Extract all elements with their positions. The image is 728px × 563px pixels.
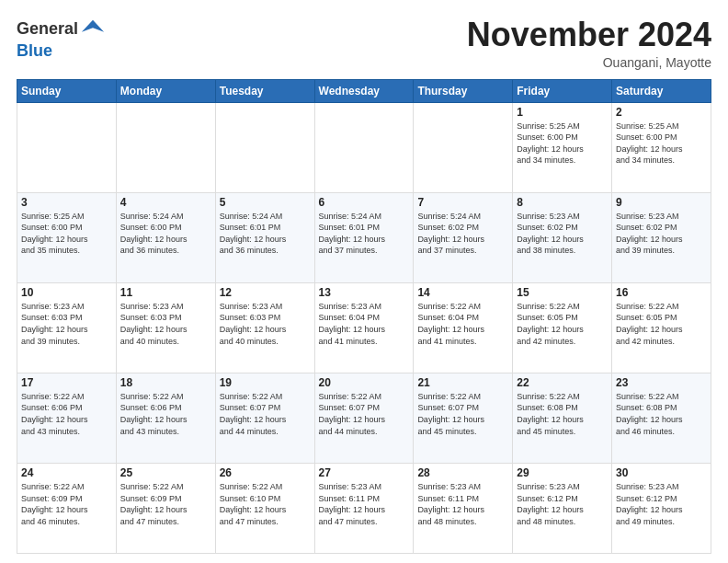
- calendar-cell: 30Sunrise: 5:23 AM Sunset: 6:12 PM Dayli…: [612, 463, 711, 553]
- day-number: 2: [616, 106, 707, 119]
- day-info: Sunrise: 5:23 AM Sunset: 6:04 PM Dayligh…: [319, 301, 410, 347]
- day-info: Sunrise: 5:22 AM Sunset: 6:06 PM Dayligh…: [120, 391, 211, 437]
- calendar-cell: [414, 102, 513, 192]
- day-info: Sunrise: 5:23 AM Sunset: 6:11 PM Dayligh…: [417, 481, 508, 527]
- calendar-cell: 14Sunrise: 5:22 AM Sunset: 6:04 PM Dayli…: [414, 282, 513, 373]
- day-info: Sunrise: 5:22 AM Sunset: 6:08 PM Dayligh…: [517, 391, 608, 437]
- day-number: 5: [220, 196, 311, 209]
- weekday-header-saturday: Saturday: [612, 79, 711, 102]
- month-title: November 2024: [467, 17, 711, 53]
- day-number: 4: [120, 196, 211, 209]
- location: Ouangani, Mayotte: [467, 55, 711, 70]
- logo-bird-icon: [80, 17, 106, 42]
- calendar-week-5: 24Sunrise: 5:22 AM Sunset: 6:09 PM Dayli…: [17, 463, 711, 553]
- calendar-cell: [17, 102, 117, 192]
- weekday-header-sunday: Sunday: [17, 79, 117, 102]
- weekday-header-tuesday: Tuesday: [215, 79, 314, 102]
- calendar-cell: 16Sunrise: 5:22 AM Sunset: 6:05 PM Dayli…: [612, 282, 711, 373]
- day-number: 28: [417, 466, 508, 479]
- header: General Blue November 2024 Ouangani, May…: [17, 17, 711, 70]
- day-info: Sunrise: 5:22 AM Sunset: 6:07 PM Dayligh…: [220, 391, 311, 437]
- day-number: 11: [120, 286, 211, 299]
- day-info: Sunrise: 5:23 AM Sunset: 6:03 PM Dayligh…: [120, 301, 211, 347]
- weekday-header-friday: Friday: [513, 79, 612, 102]
- calendar-header-row: SundayMondayTuesdayWednesdayThursdayFrid…: [17, 79, 711, 102]
- day-number: 14: [417, 286, 508, 299]
- calendar-cell: 13Sunrise: 5:23 AM Sunset: 6:04 PM Dayli…: [314, 282, 414, 373]
- day-number: 7: [417, 196, 508, 209]
- day-info: Sunrise: 5:24 AM Sunset: 6:01 PM Dayligh…: [319, 211, 410, 257]
- calendar-cell: 11Sunrise: 5:23 AM Sunset: 6:03 PM Dayli…: [116, 282, 215, 373]
- day-number: 30: [616, 466, 707, 479]
- day-number: 24: [21, 466, 112, 479]
- day-info: Sunrise: 5:24 AM Sunset: 6:02 PM Dayligh…: [417, 211, 508, 257]
- calendar-cell: [116, 102, 215, 192]
- calendar-cell: 10Sunrise: 5:23 AM Sunset: 6:03 PM Dayli…: [17, 282, 117, 373]
- calendar-cell: 4Sunrise: 5:24 AM Sunset: 6:00 PM Daylig…: [116, 192, 215, 282]
- day-number: 27: [319, 466, 410, 479]
- svg-marker-0: [82, 20, 104, 32]
- calendar-cell: 20Sunrise: 5:22 AM Sunset: 6:07 PM Dayli…: [314, 373, 414, 463]
- day-number: 22: [517, 376, 608, 389]
- day-info: Sunrise: 5:22 AM Sunset: 6:09 PM Dayligh…: [120, 481, 211, 527]
- calendar-cell: 8Sunrise: 5:23 AM Sunset: 6:02 PM Daylig…: [513, 192, 612, 282]
- calendar-cell: 19Sunrise: 5:22 AM Sunset: 6:07 PM Dayli…: [215, 373, 314, 463]
- day-info: Sunrise: 5:25 AM Sunset: 6:00 PM Dayligh…: [616, 121, 707, 167]
- calendar-cell: 1Sunrise: 5:25 AM Sunset: 6:00 PM Daylig…: [513, 102, 612, 192]
- calendar-cell: 15Sunrise: 5:22 AM Sunset: 6:05 PM Dayli…: [513, 282, 612, 373]
- day-number: 26: [220, 466, 311, 479]
- day-info: Sunrise: 5:22 AM Sunset: 6:07 PM Dayligh…: [319, 391, 410, 437]
- logo-general: General: [17, 20, 78, 39]
- calendar-cell: 21Sunrise: 5:22 AM Sunset: 6:07 PM Dayli…: [414, 373, 513, 463]
- calendar-cell: 23Sunrise: 5:22 AM Sunset: 6:08 PM Dayli…: [612, 373, 711, 463]
- day-info: Sunrise: 5:22 AM Sunset: 6:05 PM Dayligh…: [616, 301, 707, 347]
- day-number: 8: [517, 196, 608, 209]
- calendar-cell: 24Sunrise: 5:22 AM Sunset: 6:09 PM Dayli…: [17, 463, 117, 553]
- page: General Blue November 2024 Ouangani, May…: [0, 0, 728, 563]
- calendar-table: SundayMondayTuesdayWednesdayThursdayFrid…: [17, 79, 711, 554]
- day-number: 29: [517, 466, 608, 479]
- day-info: Sunrise: 5:22 AM Sunset: 6:05 PM Dayligh…: [517, 301, 608, 347]
- day-info: Sunrise: 5:22 AM Sunset: 6:09 PM Dayligh…: [21, 481, 112, 527]
- day-number: 15: [517, 286, 608, 299]
- calendar-cell: [314, 102, 414, 192]
- calendar-cell: 3Sunrise: 5:25 AM Sunset: 6:00 PM Daylig…: [17, 192, 117, 282]
- calendar-week-4: 17Sunrise: 5:22 AM Sunset: 6:06 PM Dayli…: [17, 373, 711, 463]
- day-number: 21: [417, 376, 508, 389]
- day-info: Sunrise: 5:23 AM Sunset: 6:12 PM Dayligh…: [616, 481, 707, 527]
- day-number: 17: [21, 376, 112, 389]
- logo-blue: Blue: [17, 41, 52, 60]
- day-info: Sunrise: 5:23 AM Sunset: 6:12 PM Dayligh…: [517, 481, 608, 527]
- calendar-cell: 6Sunrise: 5:24 AM Sunset: 6:01 PM Daylig…: [314, 192, 414, 282]
- calendar-week-3: 10Sunrise: 5:23 AM Sunset: 6:03 PM Dayli…: [17, 282, 711, 373]
- calendar-cell: 18Sunrise: 5:22 AM Sunset: 6:06 PM Dayli…: [116, 373, 215, 463]
- calendar-cell: 29Sunrise: 5:23 AM Sunset: 6:12 PM Dayli…: [513, 463, 612, 553]
- weekday-header-thursday: Thursday: [414, 79, 513, 102]
- calendar-cell: 28Sunrise: 5:23 AM Sunset: 6:11 PM Dayli…: [414, 463, 513, 553]
- calendar-week-1: 1Sunrise: 5:25 AM Sunset: 6:00 PM Daylig…: [17, 102, 711, 192]
- day-number: 20: [319, 376, 410, 389]
- day-info: Sunrise: 5:23 AM Sunset: 6:03 PM Dayligh…: [21, 301, 112, 347]
- calendar-cell: 27Sunrise: 5:23 AM Sunset: 6:11 PM Dayli…: [314, 463, 414, 553]
- calendar-week-2: 3Sunrise: 5:25 AM Sunset: 6:00 PM Daylig…: [17, 192, 711, 282]
- day-number: 25: [120, 466, 211, 479]
- calendar-cell: 17Sunrise: 5:22 AM Sunset: 6:06 PM Dayli…: [17, 373, 117, 463]
- day-number: 1: [517, 106, 608, 119]
- logo: General Blue: [17, 17, 106, 61]
- day-info: Sunrise: 5:23 AM Sunset: 6:02 PM Dayligh…: [517, 211, 608, 257]
- day-info: Sunrise: 5:22 AM Sunset: 6:04 PM Dayligh…: [417, 301, 508, 347]
- calendar-cell: 25Sunrise: 5:22 AM Sunset: 6:09 PM Dayli…: [116, 463, 215, 553]
- weekday-header-monday: Monday: [116, 79, 215, 102]
- day-number: 9: [616, 196, 707, 209]
- day-number: 10: [21, 286, 112, 299]
- day-info: Sunrise: 5:22 AM Sunset: 6:06 PM Dayligh…: [21, 391, 112, 437]
- title-block: November 2024 Ouangani, Mayotte: [467, 17, 711, 70]
- calendar-cell: 5Sunrise: 5:24 AM Sunset: 6:01 PM Daylig…: [215, 192, 314, 282]
- calendar-cell: 26Sunrise: 5:22 AM Sunset: 6:10 PM Dayli…: [215, 463, 314, 553]
- day-info: Sunrise: 5:22 AM Sunset: 6:07 PM Dayligh…: [417, 391, 508, 437]
- day-info: Sunrise: 5:25 AM Sunset: 6:00 PM Dayligh…: [21, 211, 112, 257]
- day-number: 16: [616, 286, 707, 299]
- day-info: Sunrise: 5:23 AM Sunset: 6:03 PM Dayligh…: [220, 301, 311, 347]
- calendar-cell: 2Sunrise: 5:25 AM Sunset: 6:00 PM Daylig…: [612, 102, 711, 192]
- day-info: Sunrise: 5:24 AM Sunset: 6:00 PM Dayligh…: [120, 211, 211, 257]
